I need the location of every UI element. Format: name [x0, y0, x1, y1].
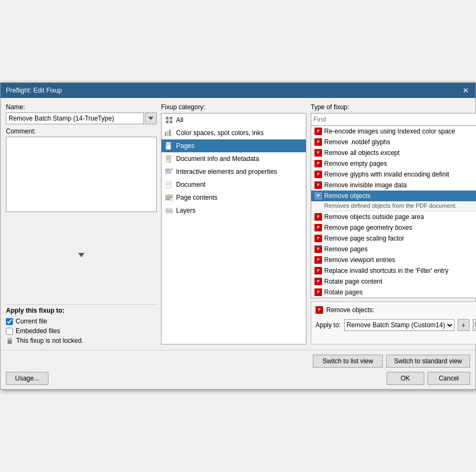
type-item-removeobjects[interactable]: P Remove objects — [311, 191, 476, 201]
pdf-icon: P — [314, 181, 322, 189]
type-item-notdef[interactable]: P Remove .notdef glyphs — [311, 137, 476, 147]
name-input-row — [6, 112, 157, 124]
action-buttons: Usage... OK Cancel — [6, 372, 470, 385]
embedded-files-label: Embedded files — [16, 327, 60, 335]
type-item-allobjects[interactable]: P Remove all objects except — [311, 147, 476, 158]
category-label-pagecontents: Page contents — [176, 194, 218, 201]
pdf-icon: P — [314, 171, 322, 178]
cancel-button[interactable]: Cancel — [428, 372, 470, 385]
svg-rect-1 — [8, 339, 11, 341]
type-item-scaling[interactable]: P Remove page scaling factor — [311, 233, 476, 244]
info-icon — [165, 154, 173, 163]
pdf-icon-detail: P — [316, 306, 323, 314]
ok-button[interactable]: OK — [387, 372, 424, 385]
svg-rect-31 — [166, 208, 172, 210]
pdf-icon: P — [314, 128, 322, 135]
name-input[interactable] — [6, 112, 144, 124]
dialog-body: Name: Comment: Apply this fi — [1, 98, 475, 350]
name-dropdown-button[interactable] — [145, 112, 157, 124]
type-item-label-outsidepage: Remove objects outside page area — [324, 213, 424, 221]
svg-rect-29 — [166, 212, 172, 213]
svg-rect-19 — [171, 168, 173, 170]
ok-cancel-row: OK Cancel — [387, 372, 470, 385]
fixup-category-label: Fixup category: — [161, 103, 306, 111]
svg-rect-26 — [166, 195, 172, 196]
search-input[interactable] — [311, 114, 476, 125]
svg-rect-8 — [169, 130, 171, 136]
layers-icon — [165, 206, 173, 215]
category-item-all[interactable]: All — [162, 114, 306, 126]
svg-rect-5 — [170, 121, 172, 123]
type-item-outsidepage[interactable]: P Remove objects outside page area — [311, 212, 476, 222]
switch-list-button[interactable]: Switch to list view — [313, 355, 383, 368]
type-item-invisible[interactable]: P Remove invisible image data — [311, 180, 476, 191]
type-item-rotatecontent[interactable]: P Rotate page content — [311, 276, 476, 287]
lock-label: This fixup is not locked. — [16, 337, 83, 344]
lock-row: This fixup is not locked. — [6, 337, 157, 344]
type-item-removepages[interactable]: P Remove pages — [311, 244, 476, 255]
apply-label: Apply this fixup to: — [6, 307, 157, 314]
grid-icon — [165, 116, 173, 124]
svg-rect-21 — [166, 171, 169, 172]
category-item-layers[interactable]: Layers — [162, 204, 306, 217]
type-item-filter[interactable]: P Replace invalid shortcuts in the 'Filt… — [311, 265, 476, 276]
category-item-docinfo[interactable]: Document info and Metadata — [162, 152, 306, 165]
pdf-icon: P — [314, 278, 322, 285]
comment-area[interactable] — [6, 137, 157, 212]
switch-buttons: Switch to list view Switch to standard v… — [6, 355, 470, 368]
category-item-pages[interactable]: Pages — [162, 139, 306, 152]
apply-to-select[interactable]: Remove Batch Stamp (Custom14) — [344, 319, 454, 331]
pdf-icon: P — [314, 245, 322, 253]
middle-panel: Fixup category: All Color spaces, spot c… — [161, 103, 306, 344]
type-item-emptypages[interactable]: P Remove empty pages — [311, 158, 476, 169]
title-bar: Preflight: Edit Fixup ✕ — [1, 83, 475, 98]
type-item-pagegeometry[interactable]: P Remove page geometry boxes — [311, 222, 476, 233]
type-item-invalidglyph[interactable]: P Remove glyphs with invalid encoding de… — [311, 169, 476, 180]
svg-rect-3 — [170, 117, 172, 119]
apply-section: Apply this fixup to: Current file Embedd… — [6, 298, 157, 344]
name-group: Name: — [6, 103, 157, 124]
svg-rect-13 — [166, 145, 169, 146]
scroll-down-arrow[interactable] — [6, 251, 157, 259]
svg-rect-6 — [165, 132, 166, 136]
pdf-icon: P — [314, 213, 322, 221]
type-item-rotatepages[interactable]: P Rotate pages — [311, 287, 476, 298]
type-search-row: ✕ — [311, 113, 476, 126]
category-label-interactive: Interactive elements and properties — [176, 168, 277, 175]
svg-rect-15 — [166, 157, 170, 157]
type-description: Removes defined objects from the PDF doc… — [311, 201, 476, 211]
svg-rect-4 — [166, 121, 169, 123]
type-item-viewport[interactable]: P Remove viewport entries — [311, 255, 476, 265]
embedded-files-checkbox[interactable] — [6, 328, 13, 335]
pdf-icon: P — [314, 256, 322, 264]
svg-rect-9 — [171, 133, 172, 136]
category-item-pagecontents[interactable]: Page contents — [162, 191, 306, 204]
type-list: P Re-encode images using Indexed color s… — [311, 126, 476, 298]
lock-icon — [6, 337, 13, 344]
category-item-color[interactable]: Color spaces, spot colors, inks — [162, 126, 306, 139]
left-panel: Name: Comment: Apply this fi — [6, 103, 157, 344]
pdf-icon: P — [314, 192, 322, 200]
current-file-label: Current file — [16, 318, 47, 325]
switch-standard-button[interactable]: Switch to standard view — [386, 355, 470, 368]
usage-button[interactable]: Usage... — [6, 372, 48, 385]
fixup-title-row: P Remove objects: — [316, 306, 476, 314]
dialog: Preflight: Edit Fixup ✕ Name: Comment: — [0, 82, 476, 390]
category-item-document[interactable]: Document — [162, 178, 306, 191]
pdf-icon: P — [314, 149, 322, 157]
add-button[interactable]: + — [458, 319, 470, 331]
type-item-reencode[interactable]: P Re-encode images using Indexed color s… — [311, 126, 476, 137]
name-label: Name: — [6, 103, 157, 111]
svg-rect-12 — [166, 144, 170, 145]
close-button[interactable]: ✕ — [461, 86, 470, 95]
bottom-bar: Switch to list view Switch to standard v… — [1, 350, 475, 389]
current-file-checkbox[interactable] — [6, 318, 13, 325]
right-panel: Type of fixup: ✕ P Re-encode images usin… — [311, 103, 476, 344]
pdf-icon: P — [314, 267, 322, 274]
category-item-interactive[interactable]: Interactive elements and properties — [162, 165, 306, 178]
chart-icon — [165, 129, 173, 137]
pdf-icon: P — [314, 235, 322, 242]
copy-button[interactable] — [473, 319, 476, 331]
svg-rect-20 — [166, 170, 170, 171]
type-item-label-reencode: Re-encode images using Indexed color spa… — [324, 128, 455, 135]
